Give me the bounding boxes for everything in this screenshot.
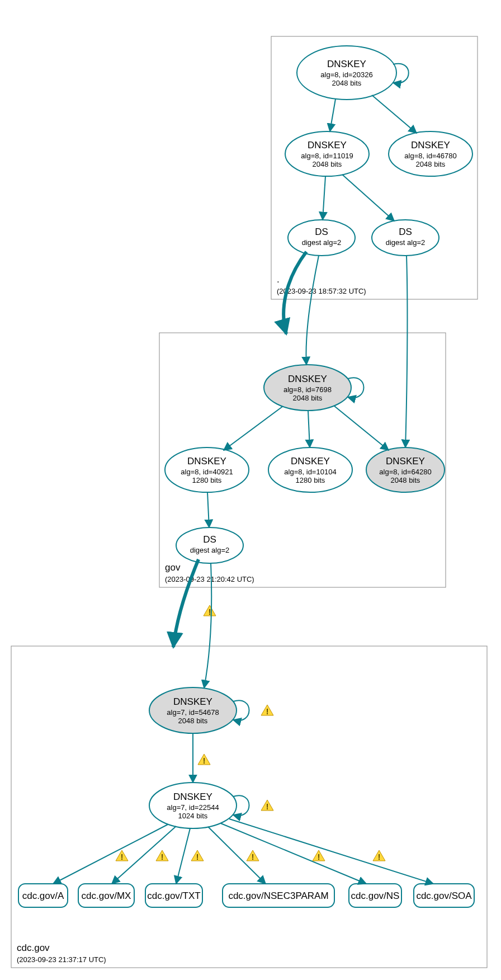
node-cdc-ksk: DNSKEY alg=7, id=54678 2048 bits [149,687,237,733]
dnssec-diagram: ! . (2023-09-23 18:57:32 UTC) DNSKEY alg… [0,0,501,980]
node-root-ksk: DNSKEY alg=8, id=20326 2048 bits [297,46,396,100]
edge-zsk-txt [176,828,190,884]
warning-icon [156,850,168,861]
zone-root-label: . [277,274,280,285]
warning-icon [198,754,210,765]
svg-text:digest alg=2: digest alg=2 [302,238,341,247]
svg-text:1024 bits: 1024 bits [178,812,208,820]
svg-text:1280 bits: 1280 bits [296,476,325,484]
svg-text:DS: DS [399,227,412,237]
svg-text:2048 bits: 2048 bits [313,160,342,168]
warning-icon [247,850,259,861]
svg-text:cdc.gov/SOA: cdc.gov/SOA [416,891,472,901]
svg-text:DNSKEY: DNSKEY [288,374,327,384]
svg-text:alg=8, id=20326: alg=8, id=20326 [320,70,372,79]
svg-text:2048 bits: 2048 bits [293,394,323,402]
warning-icon [261,705,273,716]
node-gov-ksk: DNSKEY alg=8, id=7698 2048 bits [264,365,351,411]
svg-text:2048 bits: 2048 bits [416,160,446,168]
svg-text:alg=8, id=10104: alg=8, id=10104 [284,468,336,476]
svg-point-14 [288,220,355,256]
svg-text:2048 bits: 2048 bits [332,79,362,87]
node-gov-zsk2: DNSKEY alg=8, id=10104 1280 bits [268,447,352,492]
zone-cdc-timestamp: (2023-09-23 21:37:17 UTC) [17,955,106,964]
warning-icon [191,850,204,861]
edge-zsk-nsec [208,827,266,884]
leaf-nsec: cdc.gov/NSEC3PARAM [223,884,334,907]
edge-ds1-govksk [306,256,319,365]
svg-text:DNSKEY: DNSKEY [291,456,330,467]
svg-text:alg=7, id=22544: alg=7, id=22544 [167,803,219,812]
zone-root-timestamp: (2023-09-23 18:57:32 UTC) [277,287,366,295]
svg-text:DNSKEY: DNSKEY [173,696,212,707]
edge-rootksk-zsk1 [330,99,335,131]
svg-text:DNSKEY: DNSKEY [327,59,366,69]
node-root-ds2: DS digest alg=2 [372,220,439,256]
svg-text:2048 bits: 2048 bits [391,476,420,484]
leaf-a: cdc.gov/A [18,884,68,907]
svg-text:DNSKEY: DNSKEY [411,140,450,150]
edge-ds2-govzsk3 [405,256,407,447]
leaf-txt: cdc.gov/TXT [145,884,202,907]
edge-govksk-zsk2 [308,411,310,447]
svg-text:DS: DS [315,227,328,237]
svg-text:cdc.gov/TXT: cdc.gov/TXT [147,891,200,901]
edge-zsk1-ds2 [342,175,394,221]
warning-icon [204,605,216,616]
edge-govksk-zsk1 [224,407,282,450]
node-cdc-zsk: DNSKEY alg=7, id=22544 1024 bits [149,783,237,828]
edge-zsk-a [53,824,168,884]
leaf-mx: cdc.gov/MX [78,884,134,907]
edge-zsk-soa [229,819,433,884]
svg-text:cdc.gov/NS: cdc.gov/NS [351,891,400,901]
svg-text:1280 bits: 1280 bits [192,476,222,484]
warning-icon [116,850,128,861]
leaf-ns: cdc.gov/NS [349,884,401,907]
svg-text:alg=8, id=40921: alg=8, id=40921 [181,468,233,476]
node-gov-zsk3: DNSKEY alg=8, id=64280 2048 bits [366,447,445,492]
svg-text:cdc.gov/A: cdc.gov/A [22,891,64,901]
svg-text:DS: DS [203,534,216,545]
node-root-zsk1: DNSKEY alg=8, id=11019 2048 bits [285,131,369,176]
svg-text:alg=8, id=46780: alg=8, id=46780 [404,152,456,160]
svg-text:cdc.gov/NSEC3PARAM: cdc.gov/NSEC3PARAM [228,891,328,901]
warning-icon [373,850,385,861]
node-gov-ds: DS digest alg=2 [176,527,243,563]
edge-govzsk1-ds [207,492,209,527]
svg-text:DNSKEY: DNSKEY [173,791,212,802]
node-gov-zsk1: DNSKEY alg=8, id=40921 1280 bits [165,447,249,492]
zone-cdc-label: cdc.gov [17,943,50,953]
svg-text:DNSKEY: DNSKEY [187,456,226,467]
svg-text:2048 bits: 2048 bits [178,717,208,725]
svg-text:cdc.gov/MX: cdc.gov/MX [82,891,131,901]
svg-text:DNSKEY: DNSKEY [308,140,347,150]
svg-point-17 [372,220,439,256]
leaf-soa: cdc.gov/SOA [414,884,474,907]
warning-icon [261,800,273,811]
edge-zsk-ns [221,823,366,884]
svg-text:digest alg=2: digest alg=2 [386,238,425,247]
svg-text:alg=8, id=7698: alg=8, id=7698 [283,385,332,394]
edge-rootksk-zsk2 [372,95,417,133]
edge-govksk-zsk3 [334,406,389,450]
edge-zsk1-ds1 [323,176,325,220]
svg-text:alg=7, id=54678: alg=7, id=54678 [167,708,219,717]
svg-text:alg=8, id=64280: alg=8, id=64280 [379,468,431,476]
node-root-zsk2: DNSKEY alg=8, id=46780 2048 bits [389,131,472,176]
node-root-ds1: DS digest alg=2 [288,220,355,256]
svg-text:DNSKEY: DNSKEY [386,456,425,467]
zone-gov-label: gov [165,562,181,573]
svg-text:digest alg=2: digest alg=2 [190,546,229,554]
zone-gov-timestamp: (2023-09-23 21:20:42 UTC) [165,575,254,583]
warning-icon [313,850,325,861]
svg-point-36 [176,527,243,563]
svg-text:alg=8, id=11019: alg=8, id=11019 [301,152,353,160]
